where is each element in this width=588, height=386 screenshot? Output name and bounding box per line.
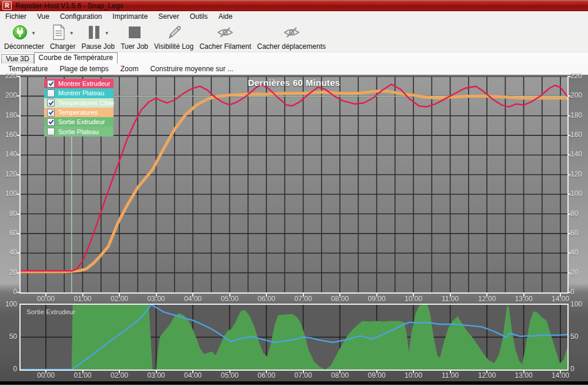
y-axis-label-right: 140 (570, 150, 588, 158)
app-icon: R (2, 1, 12, 10)
output-y-label-right: 0 (570, 365, 588, 373)
output-plot[interactable] (19, 304, 569, 371)
output-y-label-right: 50 (570, 332, 588, 341)
output-y-label-left: 50 (1, 332, 17, 341)
x-tick-bottom (229, 371, 230, 373)
y-axis-label-left: 120 (1, 170, 17, 178)
y-tick-right (567, 292, 570, 293)
tab-strip: Vue 3DCourbe de Température (0, 52, 588, 64)
y-axis-label-right: 160 (570, 131, 588, 139)
chart-menu-item-zoom[interactable]: Zoom (115, 64, 145, 75)
y-tick-right (567, 115, 570, 117)
y-tick-right (567, 252, 570, 254)
legend-checkbox[interactable] (47, 89, 55, 97)
toolbar-button-kill-job[interactable]: Tuer Job (118, 24, 151, 51)
chevron-down-icon[interactable]: ▼ (31, 31, 36, 36)
plug-connected-icon (12, 25, 28, 42)
y-tick-right (567, 233, 570, 234)
chevron-down-icon[interactable]: ▼ (69, 31, 74, 36)
output-plot-label: Sortie Extrudeur (26, 308, 75, 315)
legend-label: Montrer Extrudeur (58, 80, 111, 87)
legend-item: Temperatures (44, 108, 113, 117)
toolbar-button-load[interactable]: ▼Charger (47, 24, 78, 51)
legend-item: Sortie Plateau (44, 127, 113, 136)
legend-label: Sortie Plateau (58, 128, 99, 135)
chevron-down-icon[interactable]: ▼ (105, 31, 109, 36)
y-axis-label-left: 160 (1, 131, 17, 139)
legend-checkbox[interactable] (47, 80, 55, 88)
y-axis-label-left: 200 (1, 91, 17, 99)
menu-item-server[interactable]: Server (153, 11, 184, 22)
x-tick (339, 294, 340, 297)
y-axis-label-right: 180 (570, 111, 588, 119)
menu-item-outils[interactable]: Outils (185, 11, 213, 22)
pencil-icon (166, 25, 182, 42)
legend-item: Sortie Extrudeur (44, 117, 113, 127)
legend-checkbox[interactable] (47, 109, 55, 117)
x-tick (82, 294, 83, 297)
toolbar-button-pause-job[interactable]: ▼Pause Job (78, 24, 118, 51)
toolbar-button-label: Cacher déplacements (257, 42, 326, 51)
y-tick-left (17, 115, 20, 117)
y-tick-left (17, 252, 20, 254)
y-tick-left (17, 76, 20, 77)
y-axis-label-left: 220 (1, 72, 17, 80)
chart-legend: Montrer ExtrudeurMontrer PlateauTemperat… (44, 79, 113, 137)
y-tick-right (567, 135, 570, 136)
output-y-label-left: 0 (1, 365, 17, 373)
tab-vue-3d[interactable]: Vue 3D (1, 54, 34, 64)
menu-item-configuration[interactable]: Configuration (55, 11, 107, 22)
toolbar-button-log-visibility[interactable]: Visibilité Log (151, 24, 196, 51)
x-tick-bottom (266, 371, 267, 373)
y-axis-label-right: 20 (570, 268, 588, 277)
y-axis-label-left: 100 (1, 189, 17, 198)
legend-label: Temperatures Cible (58, 99, 114, 107)
menu-item-vue[interactable]: Vue (32, 11, 55, 22)
y-tick-left (17, 154, 20, 155)
chart-menu-item-construire-moyenne[interactable]: Construire moyenne sur ... (144, 64, 239, 75)
x-tick-bottom (339, 371, 340, 373)
tab-courbe-de-temperature[interactable]: Courbe de Température (34, 52, 118, 64)
y-axis-label-left: 80 (1, 209, 17, 218)
chart-menu-item-plage-de-temps[interactable]: Plage de temps (54, 64, 114, 75)
x-tick-bottom (303, 371, 304, 373)
y-axis-label-left: 0 (1, 288, 17, 296)
toolbar-button-hide-travel[interactable]: Cacher déplacements (254, 24, 329, 51)
x-tick (560, 294, 561, 297)
x-tick (303, 294, 304, 297)
y-axis-label-right: 120 (570, 170, 588, 178)
output-y-label-right: 100 (570, 300, 588, 308)
toolbar-button-label: Visibilité Log (154, 42, 193, 51)
toolbar-button-hide-filament[interactable]: Cacher Filament (196, 24, 254, 51)
x-tick-bottom (192, 371, 193, 373)
menu-item-imprimante[interactable]: Imprimante (107, 11, 153, 22)
y-tick-right (567, 272, 570, 274)
menu-item-fichier[interactable]: Fichier (0, 11, 32, 22)
x-tick-bottom (156, 371, 157, 373)
y-axis-label-right: 200 (570, 91, 588, 99)
y-axis-label-right: 80 (570, 209, 588, 218)
legend-checkbox[interactable] (47, 128, 55, 135)
y-axis-label-right: 100 (570, 189, 588, 198)
temperature-curve-panel: Dernières 60 MinutesMontrer ExtrudeurMon… (0, 75, 588, 381)
y-tick-left (17, 174, 20, 175)
menu-item-aide[interactable]: Aide (213, 11, 238, 22)
y-axis-label-right: 60 (570, 229, 588, 237)
x-tick-bottom (376, 371, 377, 373)
x-tick (486, 294, 487, 297)
y-axis-label-left: 40 (1, 248, 17, 257)
toolbar: ▼Déconnecter▼Charger▼Pause JobTuer JobVi… (0, 22, 588, 52)
y-axis-label-left: 140 (1, 150, 17, 158)
legend-item: Temperatures Cible (44, 98, 113, 108)
legend-checkbox[interactable] (47, 118, 55, 126)
toolbar-button-disconnect[interactable]: ▼Déconnecter (1, 24, 47, 51)
pause-icon (87, 25, 101, 42)
title-bar: R Repetier-Host V1.5.6 - Snap_Legs (0, 0, 588, 11)
legend-checkbox[interactable] (47, 99, 55, 107)
x-tick-bottom (413, 371, 414, 373)
x-tick (523, 294, 524, 297)
y-tick-left (17, 233, 20, 234)
x-tick (266, 294, 267, 297)
y-tick-right (567, 214, 570, 215)
legend-label: Sortie Extrudeur (58, 118, 105, 125)
